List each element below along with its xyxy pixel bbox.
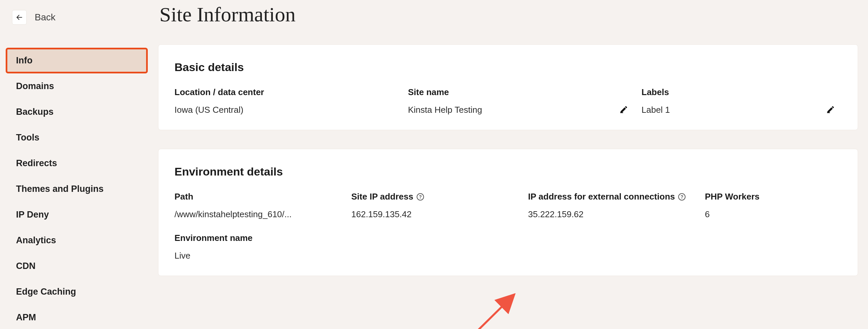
- path-label: Path: [175, 191, 345, 202]
- path-field: Path /www/kinstahelptesting_610/...: [175, 191, 345, 219]
- sidebar-item-redirects[interactable]: Redirects: [7, 151, 147, 175]
- site-ip-label-text: Site IP address: [351, 191, 413, 202]
- edit-labels-button[interactable]: [826, 105, 835, 115]
- sidebar-item-label: Analytics: [16, 235, 56, 245]
- external-ip-field: IP address for external connections ? 35…: [528, 191, 698, 219]
- environment-details-heading: Environment details: [175, 165, 842, 178]
- sidebar-item-info[interactable]: Info: [7, 49, 147, 72]
- sidebar-item-themes-plugins[interactable]: Themes and Plugins: [7, 177, 147, 201]
- sidebar-item-backups[interactable]: Backups: [7, 100, 147, 124]
- environment-name-label: Environment name: [175, 233, 842, 243]
- sidebar-nav: Info Domains Backups Tools Redirects The…: [7, 49, 147, 329]
- sidebar-item-label: Backups: [16, 107, 54, 117]
- main-content: Site Information Basic details Location …: [153, 0, 868, 329]
- site-name-value: Kinsta Help Testing: [408, 105, 619, 115]
- site-ip-field: Site IP address ? 162.159.135.42: [351, 191, 521, 219]
- sidebar-item-ip-deny[interactable]: IP Deny: [7, 203, 147, 227]
- back-button[interactable]: [12, 10, 27, 25]
- labels-value: Label 1: [642, 105, 826, 115]
- edit-site-name-button[interactable]: [619, 105, 628, 115]
- help-icon[interactable]: ?: [417, 193, 424, 201]
- sidebar-item-edge-caching[interactable]: Edge Caching: [7, 280, 147, 304]
- sidebar-item-label: APM: [16, 312, 36, 322]
- back-row: Back: [12, 10, 147, 25]
- location-label: Location / data center: [175, 87, 401, 97]
- sidebar-item-tools[interactable]: Tools: [7, 126, 147, 149]
- site-ip-label: Site IP address ?: [351, 191, 521, 202]
- location-field: Location / data center Iowa (US Central): [175, 87, 401, 115]
- environment-name-value: Live: [175, 250, 842, 261]
- path-value: /www/kinstahelptesting_610/...: [175, 209, 345, 219]
- environment-details-card: Environment details Path /www/kinstahelp…: [158, 149, 858, 276]
- sidebar-item-apm[interactable]: APM: [7, 306, 147, 329]
- svg-rect-1: [620, 112, 623, 113]
- sidebar-item-label: Tools: [16, 132, 39, 143]
- php-workers-value: 6: [705, 209, 842, 219]
- svg-rect-2: [827, 112, 830, 113]
- basic-details-card: Basic details Location / data center Iow…: [158, 44, 858, 130]
- location-value: Iowa (US Central): [175, 105, 401, 115]
- sidebar-item-label: Info: [16, 55, 32, 65]
- page-title: Site Information: [159, 3, 858, 26]
- external-ip-label: IP address for external connections ?: [528, 191, 698, 202]
- php-workers-field: PHP Workers 6: [705, 191, 842, 219]
- environment-name-field: Environment name Live: [175, 233, 842, 261]
- sidebar: Back Info Domains Backups Tools Redirect…: [0, 0, 153, 329]
- site-name-label: Site name: [408, 87, 635, 97]
- svg-line-3: [465, 297, 512, 329]
- external-ip-label-text: IP address for external connections: [528, 191, 675, 202]
- site-ip-value: 162.159.135.42: [351, 209, 521, 219]
- labels-field: Labels Label 1: [642, 87, 842, 115]
- labels-label: Labels: [642, 87, 842, 97]
- sidebar-item-label: Edge Caching: [16, 287, 76, 297]
- basic-details-heading: Basic details: [175, 61, 842, 74]
- sidebar-item-label: Themes and Plugins: [16, 184, 104, 194]
- arrow-left-icon: [16, 14, 23, 21]
- php-workers-label: PHP Workers: [705, 191, 842, 202]
- help-icon[interactable]: ?: [678, 193, 685, 201]
- sidebar-item-domains[interactable]: Domains: [7, 74, 147, 98]
- sidebar-item-label: Domains: [16, 81, 54, 91]
- sidebar-item-label: Redirects: [16, 158, 57, 168]
- back-label: Back: [35, 12, 55, 23]
- external-ip-value: 35.222.159.62: [528, 209, 698, 219]
- pencil-icon: [619, 105, 628, 114]
- annotation-arrow-icon: [461, 293, 521, 329]
- sidebar-item-label: CDN: [16, 261, 36, 271]
- sidebar-item-label: IP Deny: [16, 210, 49, 219]
- pencil-icon: [826, 105, 835, 114]
- sidebar-item-cdn[interactable]: CDN: [7, 254, 147, 278]
- sidebar-item-analytics[interactable]: Analytics: [7, 229, 147, 252]
- site-name-field: Site name Kinsta Help Testing: [408, 87, 635, 115]
